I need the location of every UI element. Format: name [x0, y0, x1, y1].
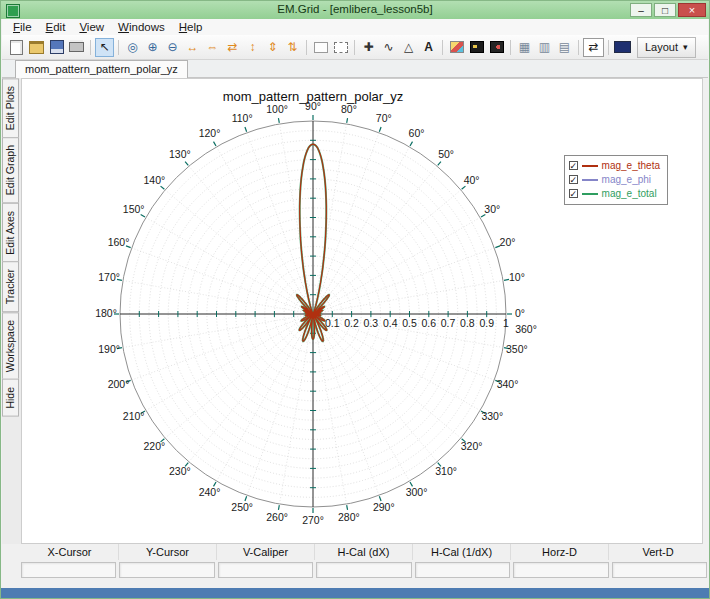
window-controls: – □ ×: [630, 3, 706, 17]
grid-spoke: [165, 314, 313, 438]
chevron-down-icon: ▾: [683, 42, 688, 52]
polygon-tool-button[interactable]: △: [399, 38, 418, 57]
status-value-4: [316, 562, 411, 578]
sidebar-tab-workspace[interactable]: Workspace: [2, 312, 19, 380]
menu-windows[interactable]: Windows: [111, 20, 172, 35]
open-file-button[interactable]: [27, 38, 46, 57]
curve-trace-tool-button[interactable]: ∿: [379, 38, 398, 57]
legend-line-sample: [582, 165, 598, 167]
swap-x-button[interactable]: ⇄: [223, 38, 242, 57]
checkbox-icon[interactable]: ✓: [569, 175, 578, 184]
angle-label: 190°: [98, 343, 120, 355]
angle-label: 230°: [169, 465, 191, 477]
fill-pattern-2-button[interactable]: [487, 38, 506, 57]
toolbar-separator: [354, 40, 355, 55]
legend-item-mag_e_theta[interactable]: ✓mag_e_theta: [569, 159, 660, 172]
angle-label: 360°: [515, 323, 537, 335]
status-label-4: H-Cal (dX): [315, 544, 413, 560]
maximize-button[interactable]: □: [654, 3, 676, 17]
angle-label: 60°: [409, 127, 425, 139]
angle-label: 270°: [302, 514, 324, 526]
zoom-in-button[interactable]: ⊕: [143, 38, 162, 57]
status-value-1: [21, 562, 116, 578]
angle-label: 290°: [373, 501, 395, 513]
angle-label: 10°: [509, 271, 525, 283]
open-file-icon: [29, 41, 44, 54]
color-swatch-button[interactable]: [613, 38, 632, 57]
angle-label: 80°: [341, 103, 357, 115]
sidebar-tab-hide[interactable]: Hide: [2, 379, 19, 417]
menu-help[interactable]: Help: [172, 20, 210, 35]
text-tool-button[interactable]: A: [419, 38, 438, 57]
new-file-icon: [10, 40, 23, 55]
angle-label: 300°: [406, 486, 428, 498]
save-file-button[interactable]: [47, 38, 66, 57]
rim-tick: [214, 142, 217, 146]
expand-x-button[interactable]: ⇔: [203, 38, 222, 57]
layout-dropdown-button[interactable]: Layout▾: [637, 37, 696, 58]
toolbar: ↖◎⊕⊖↔⇔⇄↕⇕⇅✚∿△A▦▥▤⇄Layout▾: [2, 35, 708, 60]
legend-label: mag_e_theta: [602, 160, 660, 171]
sidebar-tab-edit-axes[interactable]: Edit Axes: [2, 203, 19, 263]
tab-mom-pattern-polar-yz[interactable]: mom_pattern_pattern_polar_yz: [15, 60, 188, 78]
angle-label: 220°: [144, 440, 166, 452]
angle-label: 0°: [515, 307, 525, 319]
save-file-icon: [50, 40, 64, 54]
fill-pattern-2-icon: [490, 41, 504, 53]
checkbox-icon[interactable]: ✓: [569, 161, 578, 170]
sidebar-tab-edit-graph[interactable]: Edit Graph: [2, 137, 19, 203]
new-file-button[interactable]: [7, 38, 26, 57]
angle-label: 340°: [497, 378, 519, 390]
toolbar-separator: [306, 40, 307, 55]
app-window: EM.Grid - [emlibera_lesson5b] – □ × File…: [0, 0, 710, 599]
status-value-5: [415, 562, 510, 578]
crosshair-tool-button[interactable]: ✚: [359, 38, 378, 57]
measure-width-button[interactable]: ⇄: [583, 38, 604, 57]
angle-label: 110°: [232, 112, 253, 124]
rect-region-button[interactable]: [311, 38, 330, 57]
checkbox-icon[interactable]: ✓: [569, 189, 578, 198]
grid-spoke: [313, 314, 437, 462]
fill-pattern-1-icon: [470, 41, 484, 53]
legend: ✓mag_e_theta✓mag_e_phi✓mag_e_total: [564, 155, 668, 205]
angle-label: 120°: [199, 127, 221, 139]
image-tool-icon: [450, 41, 464, 53]
angle-label: 160°: [108, 236, 130, 248]
status-label-7: Vert-D: [609, 544, 707, 560]
angle-label: 280°: [338, 511, 360, 523]
minimize-button[interactable]: –: [630, 3, 652, 17]
expand-y-button[interactable]: ⇕: [263, 38, 282, 57]
rim-tick: [278, 505, 279, 510]
rim-tick: [245, 127, 247, 132]
grid-columns-button[interactable]: ▦: [515, 38, 534, 57]
menu-edit[interactable]: Edit: [39, 20, 73, 35]
close-button[interactable]: ×: [678, 3, 706, 17]
zoom-out-button[interactable]: ⊖: [163, 38, 182, 57]
stretch-y-button[interactable]: ↕: [243, 38, 262, 57]
zoom-region-button[interactable]: ◎: [123, 38, 142, 57]
angle-label: 50°: [438, 148, 454, 160]
radial-label: 0.9: [479, 317, 494, 329]
stretch-x-button[interactable]: ↔: [183, 38, 202, 57]
radial-label: 0.6: [421, 317, 436, 329]
radial-label: 0.7: [441, 317, 456, 329]
grid-horizontal-button[interactable]: ▤: [555, 38, 574, 57]
image-tool-button[interactable]: [447, 38, 466, 57]
menu-file[interactable]: File: [6, 20, 39, 35]
legend-item-mag_e_total[interactable]: ✓mag_e_total: [569, 187, 660, 200]
print-button[interactable]: [67, 38, 86, 57]
swap-y-button[interactable]: ⇅: [283, 38, 302, 57]
window-title: EM.Grid - [emlibera_lesson5b]: [1, 3, 709, 15]
legend-item-mag_e_phi[interactable]: ✓mag_e_phi: [569, 173, 660, 186]
menu-view[interactable]: View: [72, 20, 111, 35]
sidebar-tab-edit-plots[interactable]: Edit Plots: [2, 78, 19, 138]
select-cursor-button[interactable]: ↖: [95, 38, 114, 57]
grid-vertical-button[interactable]: ▥: [535, 38, 554, 57]
layout-dropdown-label: Layout: [645, 41, 678, 53]
legend-line-sample: [582, 193, 598, 195]
print-icon: [69, 42, 84, 52]
fill-pattern-1-button[interactable]: [467, 38, 486, 57]
dashed-region-button[interactable]: [331, 38, 350, 57]
rim-tick: [410, 142, 413, 146]
sidebar-tab-tracker[interactable]: Tracker: [2, 261, 19, 312]
